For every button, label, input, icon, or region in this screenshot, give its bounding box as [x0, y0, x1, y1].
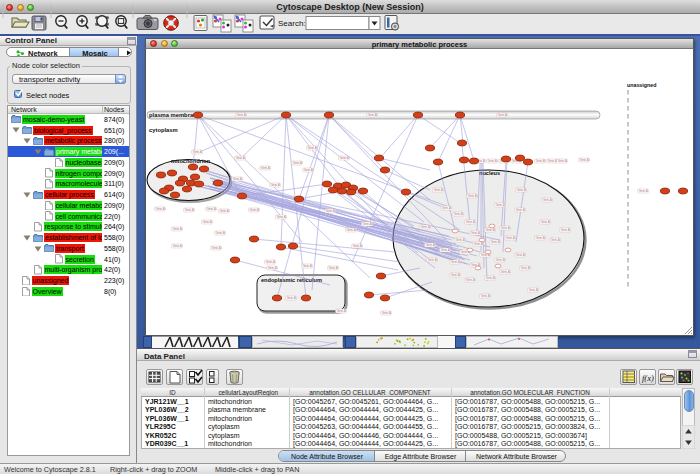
svg-text:f(x): f(x) [642, 373, 654, 383]
